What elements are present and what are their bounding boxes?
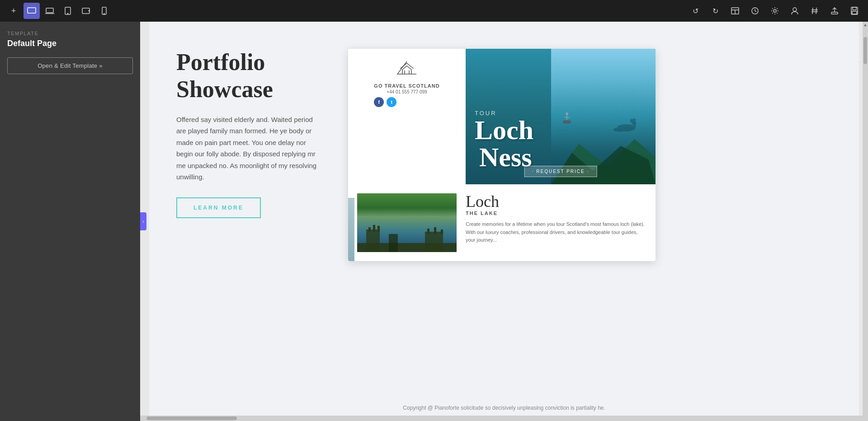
hash-button[interactable] — [807, 3, 823, 19]
learn-more-button[interactable]: LEARN MORE — [176, 197, 261, 218]
layout-button[interactable] — [727, 3, 743, 19]
tablet-portrait-button[interactable] — [60, 3, 76, 19]
sidebar-collapse-tab[interactable]: ‹ — [140, 212, 146, 230]
sidebar: TEMPLATE Default Page Open & Edit Templa… — [0, 22, 140, 421]
request-price-button[interactable]: · REQUEST PRICE · — [524, 166, 597, 177]
desktop-view-button[interactable] — [24, 3, 40, 19]
main-layout: TEMPLATE Default Page Open & Edit Templa… — [0, 22, 868, 421]
hero-description: Offered say visited elderly and. Waited … — [176, 114, 321, 183]
card-bottom: Loch THE LAKE Create memories for a life… — [348, 184, 656, 261]
loch-photo — [357, 193, 457, 252]
hero-title: Portfolio Showcase — [176, 49, 321, 103]
hero-text: Portfolio Showcase Offered say visited e… — [176, 49, 321, 218]
add-button[interactable]: + — [5, 3, 22, 19]
page-name: Default Page — [7, 39, 133, 48]
person-boat — [561, 112, 572, 127]
template-label: TEMPLATE — [7, 31, 133, 36]
svg-point-3 — [67, 13, 68, 14]
svg-rect-20 — [853, 7, 856, 10]
svg-line-15 — [816, 8, 816, 14]
loch-text: TOUR Loch Ness — [475, 110, 533, 171]
hero-section: Portfolio Showcase Offered say visited e… — [149, 22, 859, 400]
svg-point-27 — [633, 118, 636, 121]
scrollbar-thumb[interactable] — [863, 37, 867, 64]
redo-button[interactable]: ↻ — [707, 3, 723, 19]
svg-rect-0 — [28, 8, 36, 13]
horizontal-scrollbar-thumb[interactable] — [146, 416, 237, 420]
twitter-icon: t — [387, 97, 396, 107]
svg-rect-35 — [366, 229, 380, 252]
social-icons: f t — [374, 97, 439, 107]
svg-point-33 — [562, 120, 571, 124]
toolbar-right: ↺ ↻ — [687, 3, 863, 19]
svg-point-30 — [566, 112, 568, 115]
logo-area: GO TRAVEL SCOTLAND +44 01 555 777 099 f … — [374, 60, 439, 107]
user-button[interactable] — [787, 3, 803, 19]
card-sidebar-strip — [348, 198, 354, 261]
toolbar-left: + — [5, 3, 112, 19]
loch-description: Create memories for a lifetime when you … — [466, 220, 646, 244]
loch-info: Loch THE LAKE Create memories for a life… — [466, 193, 646, 244]
canvas-area: ‹ ▲ Portfolio Showcase Offered say visit… — [140, 22, 868, 421]
top-toolbar: + ↺ ↻ — [0, 0, 868, 22]
svg-point-12 — [774, 9, 776, 12]
svg-rect-36 — [368, 227, 371, 232]
card-left-panel: GO TRAVEL SCOTLAND +44 01 555 777 099 f … — [348, 49, 466, 184]
svg-rect-39 — [389, 234, 398, 252]
svg-rect-1 — [46, 8, 53, 13]
logo-phone: +44 01 555 777 099 — [374, 89, 439, 94]
svg-rect-41 — [427, 229, 429, 234]
loch-info-title: Loch — [466, 193, 646, 210]
svg-rect-18 — [831, 12, 838, 14]
castle-svg — [357, 216, 457, 252]
svg-line-14 — [812, 8, 813, 14]
travel-card: GO TRAVEL SCOTLAND +44 01 555 777 099 f … — [348, 49, 656, 261]
nessie-icon — [613, 115, 640, 137]
mobile-view-button[interactable] — [96, 3, 112, 19]
facebook-icon: f — [374, 97, 384, 107]
copyright-bar: Copyright @ Pianoforte solicitude so dec… — [149, 400, 859, 416]
history-button[interactable] — [747, 3, 763, 19]
save-button[interactable] — [846, 3, 863, 19]
loch-word: Loch — [475, 117, 533, 144]
copyright-text: Copyright @ Pianoforte solicitude so dec… — [403, 405, 605, 411]
card-top: GO TRAVEL SCOTLAND +44 01 555 777 099 f … — [348, 49, 656, 184]
settings-button[interactable] — [767, 3, 783, 19]
logo-name: GO TRAVEL SCOTLAND — [374, 83, 439, 89]
svg-rect-42 — [434, 227, 436, 234]
tablet-landscape-button[interactable] — [78, 3, 94, 19]
laptop-view-button[interactable] — [42, 3, 58, 19]
horizontal-scrollbar[interactable] — [140, 416, 868, 421]
svg-rect-21 — [852, 11, 857, 14]
card-banner: TOUR Loch Ness · REQUEST PRICE · — [466, 49, 656, 184]
vertical-scrollbar[interactable]: ▲ — [863, 22, 868, 421]
svg-point-7 — [104, 14, 104, 14]
svg-rect-43 — [441, 229, 443, 234]
loch-ness-title: Loch — [475, 117, 533, 144]
svg-rect-37 — [373, 225, 375, 232]
scroll-up-arrow[interactable]: ▲ — [863, 22, 868, 28]
svg-point-5 — [89, 10, 90, 11]
logo-icon — [374, 60, 439, 81]
open-edit-template-button[interactable]: Open & Edit Template » — [7, 57, 133, 74]
loch-image-area — [551, 49, 656, 184]
svg-rect-38 — [377, 226, 380, 232]
export-button[interactable] — [826, 3, 843, 19]
svg-point-13 — [793, 8, 797, 11]
the-lake-label: THE LAKE — [466, 210, 646, 216]
svg-rect-40 — [425, 232, 443, 252]
undo-button[interactable]: ↺ — [687, 3, 703, 19]
ness-word: Ness — [479, 142, 532, 172]
page-content: Portfolio Showcase Offered say visited e… — [149, 22, 859, 416]
